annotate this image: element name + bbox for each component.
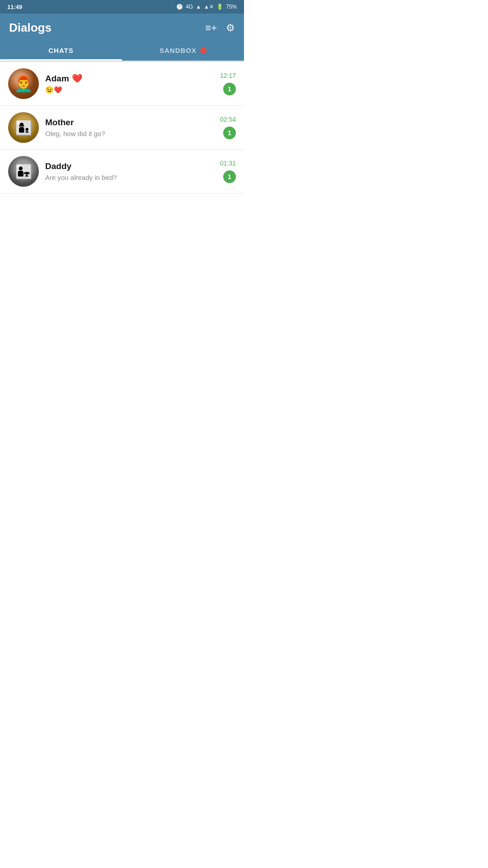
unread-badge-adam: 1 bbox=[223, 83, 236, 95]
alarm-icon: 🕐 bbox=[176, 4, 183, 10]
network-label: 4G bbox=[186, 4, 193, 10]
chat-list: Adam ❤️ 😉❤️ 12:17 1 Mother Oleg, how did… bbox=[0, 62, 244, 193]
unread-badge-mother: 1 bbox=[223, 127, 236, 139]
tab-sandbox[interactable]: SANDBOX bbox=[122, 40, 244, 61]
battery-label: 75% bbox=[226, 4, 237, 10]
sandbox-tab-content: SANDBOX bbox=[122, 47, 244, 54]
chat-preview-daddy: Are you already in bed? bbox=[45, 174, 214, 181]
chat-meta-adam: 12:17 1 bbox=[220, 72, 236, 95]
new-chat-button[interactable]: ≡+ bbox=[205, 23, 217, 33]
chat-name-adam: Adam ❤️ bbox=[45, 73, 214, 84]
signal-x-icon: ▲✕ bbox=[204, 4, 214, 10]
chat-item-adam[interactable]: Adam ❤️ 😉❤️ 12:17 1 bbox=[0, 62, 244, 106]
chat-name-mother: Mother bbox=[45, 118, 214, 127]
tabs-bar: CHATS SANDBOX bbox=[0, 40, 244, 61]
tab-chats-label: CHATS bbox=[48, 47, 74, 54]
avatar-mother bbox=[8, 112, 39, 143]
tab-chats[interactable]: CHATS bbox=[0, 40, 122, 61]
chat-info-adam: Adam ❤️ 😉❤️ bbox=[45, 73, 214, 94]
chat-meta-mother: 02:54 1 bbox=[220, 116, 236, 139]
adam-heart-emoji: ❤️ bbox=[72, 73, 83, 84]
chat-info-daddy: Daddy Are you already in bed? bbox=[45, 161, 214, 181]
chat-time-daddy: 01:31 bbox=[220, 160, 236, 167]
signal-icon: ▲ bbox=[196, 4, 201, 10]
page-title: Dialogs bbox=[9, 21, 52, 35]
tab-sandbox-label: SANDBOX bbox=[160, 47, 197, 54]
chat-preview-adam: 😉❤️ bbox=[45, 86, 214, 94]
chat-item-mother[interactable]: Mother Oleg, how did it go? 02:54 1 bbox=[0, 106, 244, 150]
header: Dialogs ≡+ ⚙ bbox=[0, 14, 244, 40]
battery-icon: 🔋 bbox=[216, 4, 223, 10]
unread-badge-daddy: 1 bbox=[223, 170, 236, 183]
avatar-adam bbox=[8, 68, 39, 99]
avatar-daddy bbox=[8, 156, 39, 187]
chat-preview-mother: Oleg, how did it go? bbox=[45, 130, 214, 137]
settings-button[interactable]: ⚙ bbox=[226, 23, 235, 33]
chat-time-mother: 02:54 bbox=[220, 116, 236, 123]
empty-area bbox=[0, 193, 244, 465]
chat-time-adam: 12:17 bbox=[220, 72, 236, 79]
status-right: 🕐 4G ▲ ▲✕ 🔋 75% bbox=[176, 4, 237, 10]
header-actions: ≡+ ⚙ bbox=[205, 23, 235, 33]
sandbox-notification-dot bbox=[200, 47, 206, 54]
chat-item-daddy[interactable]: Daddy Are you already in bed? 01:31 1 bbox=[0, 150, 244, 193]
chat-meta-daddy: 01:31 1 bbox=[220, 160, 236, 183]
chat-name-daddy: Daddy bbox=[45, 161, 214, 171]
status-time: 11:49 bbox=[7, 4, 22, 10]
status-bar: 11:49 🕐 4G ▲ ▲✕ 🔋 75% bbox=[0, 0, 244, 14]
chat-info-mother: Mother Oleg, how did it go? bbox=[45, 118, 214, 137]
